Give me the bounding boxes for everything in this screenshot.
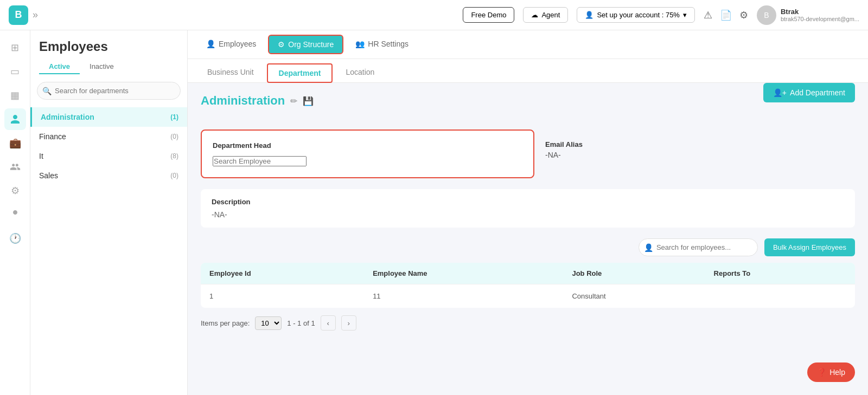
setup-button[interactable]: 👤 Set up your account : 75% ▾ xyxy=(577,7,694,23)
dept-head-label: Department Head xyxy=(213,141,522,150)
cell-employee-name: 11 xyxy=(364,284,563,308)
dept-name: Sales xyxy=(39,171,58,180)
pagination-prev-button[interactable]: ‹ xyxy=(321,315,336,331)
dept-heading: Administration ✏ 💾 xyxy=(201,94,314,108)
left-panel-title: Employees xyxy=(39,39,178,54)
add-department-button[interactable]: 👤+ Add Department xyxy=(763,83,855,102)
nav-tabs-bar: 👤 Employees ⚙ Org Structure 👥 HR Setting… xyxy=(188,30,868,59)
table-row: 1 11 Consultant xyxy=(201,284,855,308)
search-icon: 🔍 xyxy=(42,87,52,95)
list-item[interactable]: Administration (1) xyxy=(30,107,187,127)
chevron-down-icon: ▾ xyxy=(683,11,687,19)
list-item[interactable]: Finance (0) xyxy=(30,127,187,146)
email-alias-label: Email Alias xyxy=(545,140,855,148)
col-job-role: Job Role xyxy=(563,263,705,284)
sidebar-item-person[interactable] xyxy=(4,204,26,225)
user-setup-icon: 👤 xyxy=(585,11,593,19)
sidebar-item-settings[interactable]: ⚙ xyxy=(4,180,26,202)
email-alias-section: Email Alias -NA- xyxy=(545,129,855,178)
cell-reports-to xyxy=(705,284,855,308)
logo-dots: » xyxy=(33,9,38,21)
dept-count: (0) xyxy=(170,172,178,179)
active-inactive-tabs: Active Inactive xyxy=(39,60,178,74)
employee-search-bar: 👤 Bulk Assign Employees xyxy=(201,238,855,256)
description-value: -NA- xyxy=(212,210,844,219)
department-head-card: Department Head xyxy=(201,129,534,178)
dept-title: Administration xyxy=(201,94,285,108)
col-reports-to: Reports To xyxy=(705,263,855,284)
user-name: Btrak xyxy=(781,8,859,16)
main-panel: 👤 Employees ⚙ Org Structure 👥 HR Setting… xyxy=(188,30,868,395)
header-icons: ⚠ 📄 ⚙ xyxy=(704,9,748,21)
content-area: Administration ✏ 💾 👤+ Add Department Dep… xyxy=(188,83,868,395)
list-item[interactable]: Sales (0) xyxy=(30,166,187,185)
dept-count: (0) xyxy=(170,133,178,140)
user-info: B Btrak btrak570-development@gm... xyxy=(757,5,859,25)
sub-tab-business-unit[interactable]: Business Unit xyxy=(196,63,265,82)
sidebar-item-tv[interactable]: ▭ xyxy=(4,61,26,82)
help-button[interactable]: ❓ Help xyxy=(807,362,855,382)
settings-icon[interactable]: ⚙ xyxy=(739,9,748,21)
sidebar-item-team[interactable] xyxy=(4,156,26,178)
pagination-range: 1 - 1 of 1 xyxy=(287,319,315,327)
dept-count: (1) xyxy=(170,113,178,121)
dept-count: (8) xyxy=(170,152,178,160)
warning-icon[interactable]: ⚠ xyxy=(704,9,712,21)
save-icon[interactable]: 💾 xyxy=(303,96,314,106)
agent-button[interactable]: ☁ Agent xyxy=(523,7,568,23)
header: B » Free Demo ☁ Agent 👤 Set up your acco… xyxy=(0,0,868,30)
hr-tab-icon: 👥 xyxy=(355,40,365,48)
employees-tab-icon: 👤 xyxy=(206,40,215,48)
dept-heading-row: Administration ✏ 💾 👤+ Add Department xyxy=(201,94,855,119)
per-page-select[interactable]: 10 25 50 xyxy=(255,316,282,330)
employee-search-wrapper: 👤 xyxy=(639,238,758,256)
cell-job-role: Consultant xyxy=(563,284,705,308)
cell-employee-id: 1 xyxy=(201,284,364,308)
sidebar-icons: ⊞ ▭ ▦ 💼 ⚙ 🕐 xyxy=(0,30,30,395)
dept-head-input[interactable] xyxy=(213,156,307,166)
description-label: Description xyxy=(212,198,844,206)
items-per-page-label: Items per page: xyxy=(201,319,250,327)
table-header-row: Employee Id Employee Name Job Role Repor… xyxy=(201,263,855,284)
tab-employees[interactable]: 👤 Employees xyxy=(196,31,266,58)
user-email: btrak570-development@gm... xyxy=(781,16,859,22)
pagination-next-button[interactable]: › xyxy=(341,315,356,331)
department-search-input[interactable] xyxy=(37,82,181,100)
logo: B xyxy=(9,5,28,25)
dept-name: Administration xyxy=(41,113,94,121)
sub-tabs-bar: Business Unit Department Location xyxy=(188,59,868,83)
col-employee-id: Employee Id xyxy=(201,263,364,284)
tab-hr-settings[interactable]: 👥 HR Settings xyxy=(346,31,418,58)
header-right: Free Demo ☁ Agent 👤 Set up your account … xyxy=(463,5,859,25)
edit-icon[interactable]: ✏ xyxy=(290,96,297,106)
email-section: Email Alias -NA- xyxy=(545,140,855,159)
bulk-assign-button[interactable]: Bulk Assign Employees xyxy=(764,238,855,256)
main-container: ⊞ ▭ ▦ 💼 ⚙ 🕐 Employees Active Inactive 🔍 xyxy=(0,30,868,395)
emp-search-icon: 👤 xyxy=(644,243,653,252)
left-panel: Employees Active Inactive 🔍 Administrati… xyxy=(30,30,188,395)
sub-tab-location[interactable]: Location xyxy=(335,63,385,82)
avatar: B xyxy=(757,5,776,25)
col-employee-name: Employee Name xyxy=(364,263,563,284)
info-cards-grid: Department Head Email Alias -NA- xyxy=(201,129,855,178)
active-tab-button[interactable]: Active xyxy=(39,60,80,74)
dept-name: It xyxy=(39,152,43,160)
sidebar-item-dashboard[interactable]: ⊞ xyxy=(4,37,26,59)
sub-tab-department[interactable]: Department xyxy=(267,63,333,83)
inactive-tab-button[interactable]: Inactive xyxy=(80,60,124,74)
description-section: Description -NA- xyxy=(201,189,855,228)
tab-org-structure[interactable]: ⚙ Org Structure xyxy=(268,35,343,54)
sidebar-item-calendar[interactable]: ▦ xyxy=(4,85,26,106)
document-icon[interactable]: 📄 xyxy=(720,9,732,21)
cloud-icon: ☁ xyxy=(531,11,538,19)
left-panel-header: Employees Active Inactive xyxy=(30,30,187,82)
sidebar-item-employees[interactable] xyxy=(4,108,26,130)
department-list: Administration (1) Finance (0) It (8) Sa… xyxy=(30,107,187,395)
sidebar-item-clock[interactable]: 🕐 xyxy=(4,228,26,249)
sidebar-item-briefcase[interactable]: 💼 xyxy=(4,132,26,154)
department-search-box: 🔍 xyxy=(37,82,181,100)
employee-table: Employee Id Employee Name Job Role Repor… xyxy=(201,263,855,308)
free-demo-button[interactable]: Free Demo xyxy=(463,7,514,23)
list-item[interactable]: It (8) xyxy=(30,146,187,166)
employee-search-input[interactable] xyxy=(639,238,758,256)
